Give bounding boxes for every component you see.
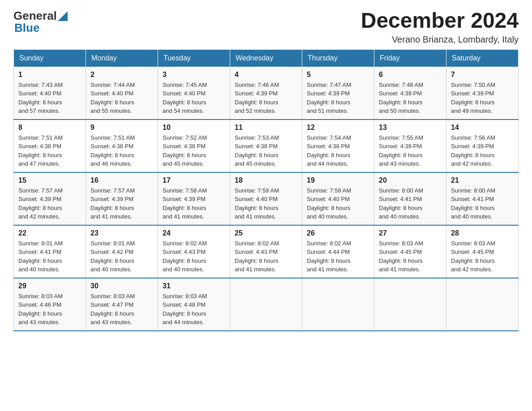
day-info: Sunrise: 7:44 AM Sunset: 4:40 PM Dayligh… (90, 81, 153, 116)
day-info: Sunrise: 7:50 AM Sunset: 4:39 PM Dayligh… (451, 81, 514, 116)
day-number: 22 (18, 229, 81, 237)
table-row: 10 Sunrise: 7:52 AM Sunset: 4:38 PM Dayl… (158, 120, 230, 172)
col-thursday: Thursday (302, 49, 374, 67)
table-row (302, 278, 374, 331)
table-row: 16 Sunrise: 7:57 AM Sunset: 4:39 PM Dayl… (86, 172, 158, 225)
table-row: 19 Sunrise: 7:59 AM Sunset: 4:40 PM Dayl… (302, 172, 374, 225)
day-info: Sunrise: 8:03 AM Sunset: 4:46 PM Dayligh… (18, 292, 81, 327)
day-info: Sunrise: 8:03 AM Sunset: 4:48 PM Dayligh… (163, 292, 225, 327)
day-info: Sunrise: 7:46 AM Sunset: 4:39 PM Dayligh… (235, 81, 297, 116)
logo-blue-text: Blue (14, 21, 39, 35)
day-number: 1 (18, 71, 81, 79)
table-row: 4 Sunrise: 7:46 AM Sunset: 4:39 PM Dayli… (230, 67, 302, 120)
col-saturday: Saturday (446, 49, 519, 67)
table-row: 5 Sunrise: 7:47 AM Sunset: 4:39 PM Dayli… (302, 67, 374, 120)
day-number: 8 (18, 124, 81, 132)
day-info: Sunrise: 7:59 AM Sunset: 4:40 PM Dayligh… (235, 186, 297, 221)
table-row (374, 278, 446, 331)
table-row: 26 Sunrise: 8:02 AM Sunset: 4:44 PM Dayl… (302, 225, 374, 278)
day-number: 13 (379, 124, 442, 132)
table-row: 9 Sunrise: 7:51 AM Sunset: 4:38 PM Dayli… (86, 120, 158, 172)
col-wednesday: Wednesday (230, 49, 302, 67)
day-info: Sunrise: 8:02 AM Sunset: 4:43 PM Dayligh… (163, 239, 225, 274)
day-info: Sunrise: 8:00 AM Sunset: 4:41 PM Dayligh… (379, 186, 442, 221)
table-row: 7 Sunrise: 7:50 AM Sunset: 4:39 PM Dayli… (446, 67, 519, 120)
table-row: 29 Sunrise: 8:03 AM Sunset: 4:46 PM Dayl… (14, 278, 86, 331)
table-row: 24 Sunrise: 8:02 AM Sunset: 4:43 PM Dayl… (158, 225, 230, 278)
day-info: Sunrise: 7:43 AM Sunset: 4:40 PM Dayligh… (18, 81, 81, 116)
table-row: 6 Sunrise: 7:48 AM Sunset: 4:39 PM Dayli… (374, 67, 446, 120)
day-number: 20 (379, 176, 442, 184)
day-info: Sunrise: 7:48 AM Sunset: 4:39 PM Dayligh… (379, 81, 442, 116)
table-row: 1 Sunrise: 7:43 AM Sunset: 4:40 PM Dayli… (14, 67, 86, 120)
day-number: 31 (163, 282, 225, 290)
day-info: Sunrise: 7:58 AM Sunset: 4:39 PM Dayligh… (163, 186, 225, 221)
table-row: 22 Sunrise: 8:01 AM Sunset: 4:41 PM Dayl… (14, 225, 86, 278)
table-row: 30 Sunrise: 8:03 AM Sunset: 4:47 PM Dayl… (86, 278, 158, 331)
day-info: Sunrise: 7:56 AM Sunset: 4:39 PM Dayligh… (451, 133, 514, 168)
table-row: 2 Sunrise: 7:44 AM Sunset: 4:40 PM Dayli… (86, 67, 158, 120)
table-row: 11 Sunrise: 7:53 AM Sunset: 4:38 PM Dayl… (230, 120, 302, 172)
col-friday: Friday (374, 49, 446, 67)
location-text: Verano Brianza, Lombardy, Italy (361, 34, 519, 45)
day-number: 16 (90, 176, 153, 184)
calendar-week-row: 1 Sunrise: 7:43 AM Sunset: 4:40 PM Dayli… (14, 67, 519, 120)
day-number: 26 (307, 229, 369, 237)
table-row: 17 Sunrise: 7:58 AM Sunset: 4:39 PM Dayl… (158, 172, 230, 225)
day-info: Sunrise: 8:02 AM Sunset: 4:44 PM Dayligh… (307, 239, 369, 274)
day-info: Sunrise: 8:02 AM Sunset: 4:43 PM Dayligh… (235, 239, 297, 274)
table-row: 13 Sunrise: 7:55 AM Sunset: 4:39 PM Dayl… (374, 120, 446, 172)
table-row (446, 278, 519, 331)
day-number: 24 (163, 229, 225, 237)
day-number: 2 (90, 71, 153, 79)
day-number: 25 (235, 229, 297, 237)
calendar-header-row: Sunday Monday Tuesday Wednesday Thursday… (14, 49, 519, 67)
calendar-week-row: 29 Sunrise: 8:03 AM Sunset: 4:46 PM Dayl… (14, 278, 519, 331)
day-info: Sunrise: 7:51 AM Sunset: 4:38 PM Dayligh… (18, 133, 81, 168)
day-number: 10 (163, 124, 225, 132)
table-row: 28 Sunrise: 8:03 AM Sunset: 4:45 PM Dayl… (446, 225, 519, 278)
day-info: Sunrise: 7:55 AM Sunset: 4:39 PM Dayligh… (379, 133, 442, 168)
day-info: Sunrise: 7:59 AM Sunset: 4:40 PM Dayligh… (307, 186, 369, 221)
table-row: 23 Sunrise: 8:01 AM Sunset: 4:42 PM Dayl… (86, 225, 158, 278)
calendar-table: Sunday Monday Tuesday Wednesday Thursday… (13, 49, 519, 331)
day-number: 5 (307, 71, 369, 79)
day-info: Sunrise: 7:53 AM Sunset: 4:38 PM Dayligh… (235, 133, 297, 168)
title-block: December 2024 Verano Brianza, Lombardy, … (361, 9, 519, 45)
day-number: 19 (307, 176, 369, 184)
logo: General Blue (13, 9, 68, 35)
day-info: Sunrise: 8:00 AM Sunset: 4:41 PM Dayligh… (451, 186, 514, 221)
day-number: 9 (90, 124, 153, 132)
day-info: Sunrise: 7:54 AM Sunset: 4:38 PM Dayligh… (307, 133, 369, 168)
table-row (230, 278, 302, 331)
day-number: 21 (451, 176, 514, 184)
day-info: Sunrise: 8:01 AM Sunset: 4:42 PM Dayligh… (90, 239, 153, 274)
day-number: 7 (451, 71, 514, 79)
day-number: 27 (379, 229, 442, 237)
day-info: Sunrise: 8:03 AM Sunset: 4:47 PM Dayligh… (90, 292, 153, 327)
day-number: 17 (163, 176, 225, 184)
day-number: 6 (379, 71, 442, 79)
col-sunday: Sunday (14, 49, 86, 67)
day-info: Sunrise: 7:47 AM Sunset: 4:39 PM Dayligh… (307, 81, 369, 116)
table-row: 15 Sunrise: 7:57 AM Sunset: 4:39 PM Dayl… (14, 172, 86, 225)
month-title: December 2024 (361, 9, 519, 33)
day-number: 30 (90, 282, 153, 290)
table-row: 8 Sunrise: 7:51 AM Sunset: 4:38 PM Dayli… (14, 120, 86, 172)
day-info: Sunrise: 8:03 AM Sunset: 4:45 PM Dayligh… (379, 239, 442, 274)
day-number: 12 (307, 124, 369, 132)
col-tuesday: Tuesday (158, 49, 230, 67)
day-number: 15 (18, 176, 81, 184)
day-number: 14 (451, 124, 514, 132)
day-number: 29 (18, 282, 81, 290)
col-monday: Monday (86, 49, 158, 67)
table-row: 20 Sunrise: 8:00 AM Sunset: 4:41 PM Dayl… (374, 172, 446, 225)
day-info: Sunrise: 7:45 AM Sunset: 4:40 PM Dayligh… (163, 81, 225, 116)
table-row: 31 Sunrise: 8:03 AM Sunset: 4:48 PM Dayl… (158, 278, 230, 331)
day-number: 23 (90, 229, 153, 237)
calendar-week-row: 22 Sunrise: 8:01 AM Sunset: 4:41 PM Dayl… (14, 225, 519, 278)
day-number: 4 (235, 71, 297, 79)
day-number: 18 (235, 176, 297, 184)
table-row: 21 Sunrise: 8:00 AM Sunset: 4:41 PM Dayl… (446, 172, 519, 225)
table-row: 25 Sunrise: 8:02 AM Sunset: 4:43 PM Dayl… (230, 225, 302, 278)
